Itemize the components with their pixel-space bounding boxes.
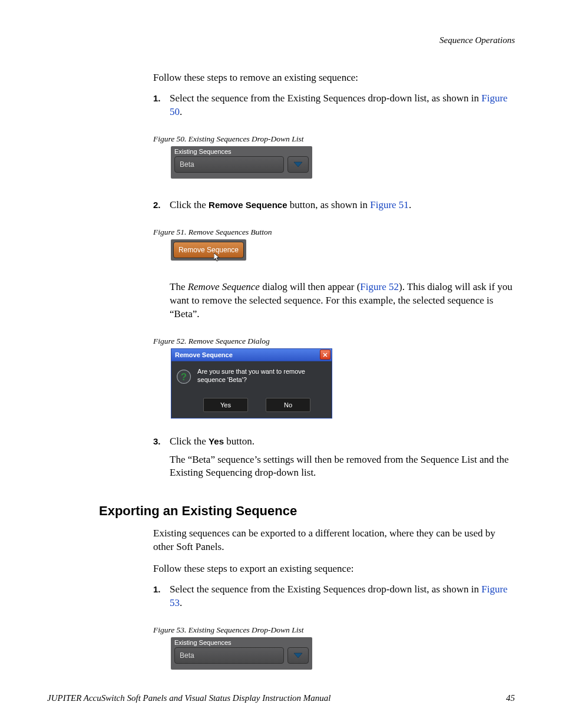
- existing-sequences-label-2: Existing Sequences: [174, 638, 309, 647]
- chevron-down-icon: [293, 653, 303, 658]
- after-fig51-paragraph: The Remove Sequence dialog will then app…: [170, 281, 515, 321]
- cursor-icon: [214, 253, 221, 262]
- exporting-heading: Exporting an Existing Sequence: [99, 503, 515, 519]
- dialog-title: Remove Sequence: [175, 351, 233, 358]
- svg-marker-1: [214, 253, 219, 261]
- step-body: Select the sequence from the Existing Se…: [170, 92, 515, 119]
- yes-button[interactable]: Yes: [203, 398, 248, 412]
- existing-sequences-label: Existing Sequences: [174, 147, 309, 156]
- remove-sequence-button-wrap: Remove Sequence: [171, 239, 246, 261]
- dialog-close-button[interactable]: [320, 350, 330, 360]
- dropdown-toggle-button[interactable]: [287, 156, 309, 173]
- dialog-message: Are you sure that you want to remove seq…: [197, 367, 327, 384]
- no-button[interactable]: No: [266, 398, 310, 412]
- step-2: 2. Click the Remove Sequence button, as …: [153, 199, 515, 212]
- existing-sequences-panel-2: Existing Sequences Beta: [171, 637, 312, 670]
- step-number: 3.: [153, 435, 170, 447]
- svg-marker-0: [294, 162, 302, 167]
- remove-sequence-dialog: Remove Sequence ? Are you sure that you …: [171, 348, 332, 419]
- footer-title: JUPITER AccuSwitch Soft Panels and Visua…: [47, 693, 330, 703]
- export-intro: Existing sequences can be exported to a …: [153, 527, 515, 554]
- figure-52-link[interactable]: Figure 52: [360, 281, 399, 292]
- chevron-down-icon: [293, 162, 303, 167]
- existing-sequences-dropdown[interactable]: Beta: [174, 156, 284, 173]
- existing-sequences-dropdown-2[interactable]: Beta: [174, 647, 284, 664]
- remove-sequence-italic: Remove Sequence: [188, 281, 260, 292]
- figure-53-caption: Figure 53. Existing Sequences Drop-Down …: [153, 625, 515, 635]
- figure-51-link[interactable]: Figure 51: [370, 199, 409, 210]
- step-body: Click the Remove Sequence button, as sho…: [170, 199, 515, 212]
- step-body: Select the sequence from the Existing Se…: [170, 583, 515, 610]
- step-number: 1.: [153, 92, 170, 104]
- running-header: Sequence Operations: [47, 35, 515, 45]
- remove-sequence-bold: Remove Sequence: [209, 200, 287, 210]
- close-icon: [323, 353, 328, 357]
- figure-50-caption: Figure 50. Existing Sequences Drop-Down …: [153, 134, 515, 144]
- figure-52-caption: Figure 52. Remove Sequence Dialog: [153, 337, 515, 346]
- step-number: 2.: [153, 199, 170, 211]
- dropdown-toggle-button-2[interactable]: [287, 647, 309, 664]
- step-1: 1. Select the sequence from the Existing…: [153, 92, 515, 119]
- step-number: 1.: [153, 583, 170, 595]
- step-body: Click the Yes button.: [170, 435, 515, 449]
- export-step-1: 1. Select the sequence from the Existing…: [153, 583, 515, 610]
- after-step3-paragraph: The “Beta” sequence’s settings will then…: [170, 453, 515, 480]
- question-icon: ?: [176, 367, 191, 386]
- yes-bold: Yes: [209, 436, 224, 446]
- step-3: 3. Click the Yes button.: [153, 435, 515, 449]
- svg-text:?: ?: [181, 371, 187, 381]
- page-footer: JUPITER AccuSwitch Soft Panels and Visua…: [47, 693, 515, 703]
- remove-sequence-button[interactable]: Remove Sequence: [173, 242, 244, 258]
- page-number: 45: [506, 693, 515, 703]
- figure-51-caption: Figure 51. Remove Sequences Button: [153, 228, 515, 237]
- svg-marker-6: [294, 653, 302, 658]
- dialog-titlebar: Remove Sequence: [171, 348, 332, 361]
- export-follow: Follow these steps to export an existing…: [153, 562, 515, 576]
- intro-paragraph: Follow these steps to remove an existing…: [153, 71, 515, 85]
- existing-sequences-panel: Existing Sequences Beta: [171, 146, 312, 179]
